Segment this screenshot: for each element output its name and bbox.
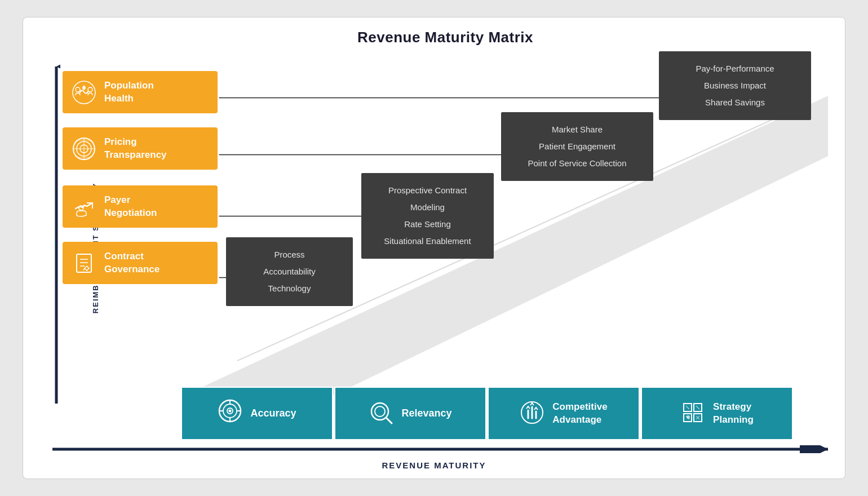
pricing-transparency-label: PricingTransparency xyxy=(104,136,167,161)
contract-governance-box: ContractGovernance xyxy=(63,242,218,284)
svg-line-34 xyxy=(386,418,392,423)
payer-negotiation-label: PayerNegotiation xyxy=(104,194,157,219)
x-axis-arrow xyxy=(52,445,835,453)
pay-for-performance-box: Pay-for-PerformanceBusiness ImpactShared… xyxy=(659,51,811,120)
competitive-advantage-box: CompetitiveAdvantage xyxy=(488,387,640,440)
svg-line-43 xyxy=(686,406,689,409)
market-share-text: Market SharePatient EngagementPoint of S… xyxy=(509,121,645,172)
x-axis-label: REVENUE MATURITY xyxy=(23,460,845,470)
svg-point-12 xyxy=(76,87,80,92)
svg-line-44 xyxy=(696,406,699,409)
accuracy-box: Accuracy xyxy=(181,387,333,440)
relevancy-label: Relevancy xyxy=(401,408,451,419)
svg-point-46 xyxy=(687,415,690,419)
chart-container: Revenue Maturity Matrix REIMBURSEMENT ST… xyxy=(23,17,845,479)
payer-negotiation-box: PayerNegotiation xyxy=(63,185,218,228)
strategy-planning-box: StrategyPlanning xyxy=(641,387,793,440)
accuracy-icon xyxy=(218,398,242,428)
competitive-advantage-icon xyxy=(520,400,544,427)
pricing-transparency-box: PricingTransparency xyxy=(63,127,218,170)
population-health-icon xyxy=(70,79,98,106)
market-share-box: Market SharePatient EngagementPoint of S… xyxy=(501,112,653,181)
contract-governance-icon xyxy=(70,250,98,277)
svg-point-31 xyxy=(229,410,232,413)
relevancy-icon xyxy=(369,400,393,427)
prospective-contract-text: Prospective ContractModelingRate Setting… xyxy=(369,182,486,250)
relevancy-box: Relevancy xyxy=(334,387,486,440)
contract-governance-label: ContractGovernance xyxy=(104,250,160,275)
svg-point-33 xyxy=(375,406,385,417)
strategy-planning-icon xyxy=(680,400,705,427)
y-axis-arrow xyxy=(52,60,60,404)
strategy-planning-label: StrategyPlanning xyxy=(713,401,754,426)
pricing-transparency-icon xyxy=(70,135,98,162)
accuracy-label: Accuracy xyxy=(250,408,296,419)
population-health-box: PopulationHealth xyxy=(63,71,218,113)
prospective-contract-box: Prospective ContractModelingRate Setting… xyxy=(361,173,494,259)
process-accountability-text: ProcessAccountabilityTechnology xyxy=(234,246,345,297)
chart-title: Revenue Maturity Matrix xyxy=(63,29,828,46)
payer-negotiation-icon xyxy=(70,193,98,220)
competitive-advantage-label: CompetitiveAdvantage xyxy=(552,401,607,426)
pay-for-performance-text: Pay-for-PerformanceBusiness ImpactShared… xyxy=(667,60,803,111)
population-health-label: PopulationHealth xyxy=(104,79,154,104)
process-accountability-box: ProcessAccountabilityTechnology xyxy=(226,237,353,306)
svg-point-13 xyxy=(88,87,92,92)
